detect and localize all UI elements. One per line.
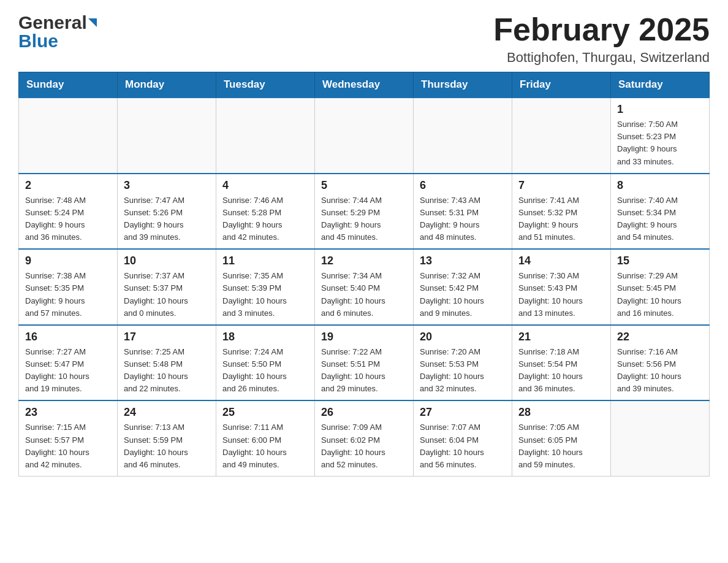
day-number: 24	[124, 406, 210, 419]
day-info: Sunrise: 7:20 AM Sunset: 5:53 PM Dayligh…	[420, 346, 506, 396]
day-number: 3	[124, 179, 210, 192]
logo-triangle-icon	[88, 18, 97, 27]
calendar-cell: 11Sunrise: 7:35 AM Sunset: 5:39 PM Dayli…	[216, 249, 315, 325]
day-info: Sunrise: 7:18 AM Sunset: 5:54 PM Dayligh…	[518, 346, 604, 396]
day-number: 13	[420, 255, 506, 267]
day-info: Sunrise: 7:13 AM Sunset: 5:59 PM Dayligh…	[124, 421, 210, 471]
weekday-header-monday: Monday	[118, 72, 216, 98]
day-number: 21	[518, 331, 604, 343]
day-number: 10	[124, 255, 210, 267]
calendar-cell: 5Sunrise: 7:44 AM Sunset: 5:29 PM Daylig…	[315, 174, 414, 250]
day-number: 27	[420, 406, 506, 419]
day-info: Sunrise: 7:47 AM Sunset: 5:26 PM Dayligh…	[124, 194, 210, 244]
calendar-cell: 23Sunrise: 7:15 AM Sunset: 5:57 PM Dayli…	[19, 400, 118, 476]
day-number: 2	[25, 179, 111, 192]
calendar-cell: 3Sunrise: 7:47 AM Sunset: 5:26 PM Daylig…	[118, 174, 216, 250]
day-info: Sunrise: 7:09 AM Sunset: 6:02 PM Dayligh…	[321, 421, 407, 471]
calendar-cell: 10Sunrise: 7:37 AM Sunset: 5:37 PM Dayli…	[118, 249, 216, 325]
day-info: Sunrise: 7:35 AM Sunset: 5:39 PM Dayligh…	[222, 270, 308, 320]
calendar-cell	[611, 400, 710, 476]
day-info: Sunrise: 7:40 AM Sunset: 5:34 PM Dayligh…	[617, 194, 703, 244]
calendar-cell	[216, 98, 315, 174]
day-info: Sunrise: 7:50 AM Sunset: 5:23 PM Dayligh…	[617, 118, 703, 168]
weekday-header-saturday: Saturday	[611, 72, 710, 98]
calendar-week-row: 1Sunrise: 7:50 AM Sunset: 5:23 PM Daylig…	[19, 98, 710, 174]
calendar-cell	[414, 98, 512, 174]
calendar-cell: 4Sunrise: 7:46 AM Sunset: 5:28 PM Daylig…	[216, 174, 315, 250]
calendar-cell: 12Sunrise: 7:34 AM Sunset: 5:40 PM Dayli…	[315, 249, 414, 325]
logo-blue: Blue	[18, 31, 58, 52]
calendar-table: SundayMondayTuesdayWednesdayThursdayFrid…	[18, 72, 710, 477]
calendar-cell: 17Sunrise: 7:25 AM Sunset: 5:48 PM Dayli…	[118, 325, 216, 401]
day-number: 4	[222, 179, 308, 192]
day-number: 7	[518, 179, 604, 192]
calendar-cell	[118, 98, 216, 174]
weekday-header-friday: Friday	[512, 72, 611, 98]
calendar-cell: 27Sunrise: 7:07 AM Sunset: 6:04 PM Dayli…	[414, 400, 512, 476]
calendar-cell: 21Sunrise: 7:18 AM Sunset: 5:54 PM Dayli…	[512, 325, 611, 401]
weekday-header-row: SundayMondayTuesdayWednesdayThursdayFrid…	[19, 72, 710, 98]
day-info: Sunrise: 7:29 AM Sunset: 5:45 PM Dayligh…	[617, 270, 703, 320]
day-info: Sunrise: 7:38 AM Sunset: 5:35 PM Dayligh…	[25, 270, 111, 320]
day-number: 25	[222, 406, 308, 419]
weekday-header-sunday: Sunday	[19, 72, 118, 98]
day-info: Sunrise: 7:25 AM Sunset: 5:48 PM Dayligh…	[124, 346, 210, 396]
day-info: Sunrise: 7:37 AM Sunset: 5:37 PM Dayligh…	[124, 270, 210, 320]
day-number: 18	[222, 331, 308, 343]
day-info: Sunrise: 7:05 AM Sunset: 6:05 PM Dayligh…	[518, 421, 604, 471]
day-info: Sunrise: 7:34 AM Sunset: 5:40 PM Dayligh…	[321, 270, 407, 320]
day-info: Sunrise: 7:07 AM Sunset: 6:04 PM Dayligh…	[420, 421, 506, 471]
calendar-week-row: 9Sunrise: 7:38 AM Sunset: 5:35 PM Daylig…	[19, 249, 710, 325]
calendar-cell: 7Sunrise: 7:41 AM Sunset: 5:32 PM Daylig…	[512, 174, 611, 250]
day-info: Sunrise: 7:16 AM Sunset: 5:56 PM Dayligh…	[617, 346, 703, 396]
calendar-cell: 16Sunrise: 7:27 AM Sunset: 5:47 PM Dayli…	[19, 325, 118, 401]
day-number: 1	[617, 103, 703, 116]
calendar-cell: 14Sunrise: 7:30 AM Sunset: 5:43 PM Dayli…	[512, 249, 611, 325]
calendar-cell: 26Sunrise: 7:09 AM Sunset: 6:02 PM Dayli…	[315, 400, 414, 476]
calendar-cell	[315, 98, 414, 174]
calendar-cell: 6Sunrise: 7:43 AM Sunset: 5:31 PM Daylig…	[414, 174, 512, 250]
day-number: 16	[25, 331, 111, 343]
day-number: 20	[420, 331, 506, 343]
calendar-cell: 8Sunrise: 7:40 AM Sunset: 5:34 PM Daylig…	[611, 174, 710, 250]
calendar-week-row: 23Sunrise: 7:15 AM Sunset: 5:57 PM Dayli…	[19, 400, 710, 476]
calendar-subtitle: Bottighofen, Thurgau, Switzerland	[493, 50, 710, 66]
day-info: Sunrise: 7:27 AM Sunset: 5:47 PM Dayligh…	[25, 346, 111, 396]
calendar-cell: 1Sunrise: 7:50 AM Sunset: 5:23 PM Daylig…	[611, 98, 710, 174]
day-number: 8	[617, 179, 703, 192]
day-info: Sunrise: 7:44 AM Sunset: 5:29 PM Dayligh…	[321, 194, 407, 244]
day-number: 14	[518, 255, 604, 267]
day-number: 15	[617, 255, 703, 267]
day-number: 28	[518, 406, 604, 419]
weekday-header-wednesday: Wednesday	[315, 72, 414, 98]
day-info: Sunrise: 7:24 AM Sunset: 5:50 PM Dayligh…	[222, 346, 308, 396]
calendar-week-row: 16Sunrise: 7:27 AM Sunset: 5:47 PM Dayli…	[19, 325, 710, 401]
calendar-cell: 28Sunrise: 7:05 AM Sunset: 6:05 PM Dayli…	[512, 400, 611, 476]
day-number: 9	[25, 255, 111, 267]
day-info: Sunrise: 7:22 AM Sunset: 5:51 PM Dayligh…	[321, 346, 407, 396]
day-number: 17	[124, 331, 210, 343]
day-info: Sunrise: 7:11 AM Sunset: 6:00 PM Dayligh…	[222, 421, 308, 471]
calendar-title: February 2025	[493, 12, 710, 47]
calendar-cell: 13Sunrise: 7:32 AM Sunset: 5:42 PM Dayli…	[414, 249, 512, 325]
calendar-cell: 18Sunrise: 7:24 AM Sunset: 5:50 PM Dayli…	[216, 325, 315, 401]
day-number: 22	[617, 331, 703, 343]
calendar-week-row: 2Sunrise: 7:48 AM Sunset: 5:24 PM Daylig…	[19, 174, 710, 250]
day-number: 23	[25, 406, 111, 419]
day-number: 11	[222, 255, 308, 267]
day-number: 26	[321, 406, 407, 419]
calendar-cell	[19, 98, 118, 174]
day-number: 19	[321, 331, 407, 343]
day-number: 6	[420, 179, 506, 192]
calendar-cell: 22Sunrise: 7:16 AM Sunset: 5:56 PM Dayli…	[611, 325, 710, 401]
calendar-cell: 9Sunrise: 7:38 AM Sunset: 5:35 PM Daylig…	[19, 249, 118, 325]
day-info: Sunrise: 7:43 AM Sunset: 5:31 PM Dayligh…	[420, 194, 506, 244]
calendar-cell: 25Sunrise: 7:11 AM Sunset: 6:00 PM Dayli…	[216, 400, 315, 476]
day-info: Sunrise: 7:30 AM Sunset: 5:43 PM Dayligh…	[518, 270, 604, 320]
weekday-header-tuesday: Tuesday	[216, 72, 315, 98]
day-info: Sunrise: 7:32 AM Sunset: 5:42 PM Dayligh…	[420, 270, 506, 320]
day-info: Sunrise: 7:15 AM Sunset: 5:57 PM Dayligh…	[25, 421, 111, 471]
day-number: 12	[321, 255, 407, 267]
weekday-header-thursday: Thursday	[414, 72, 512, 98]
calendar-cell: 24Sunrise: 7:13 AM Sunset: 5:59 PM Dayli…	[118, 400, 216, 476]
